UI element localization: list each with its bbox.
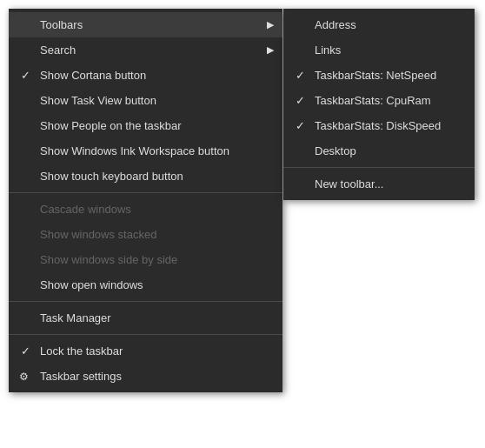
menu-item-show-touch[interactable]: Show touch keyboard button [9, 164, 282, 189]
menu-separator [9, 192, 282, 193]
right-context-menu: AddressLinks✓TaskbarStats: NetSpeed✓Task… [283, 9, 475, 200]
menu-item-label: Show open windows [40, 278, 143, 291]
menu-item-taskbar-settings[interactable]: ⚙Taskbar settings [9, 364, 282, 389]
menu-item-netspeed[interactable]: ✓TaskbarStats: NetSpeed [283, 63, 475, 88]
menu-item-cascade: Cascade windows [9, 197, 282, 222]
submenu-arrow-icon: ▶ [267, 44, 274, 56]
checkmark-icon: ✓ [296, 119, 305, 132]
menu-item-label: Show People on the taskbar [40, 119, 182, 132]
menu-item-label: Show Cortana button [40, 69, 146, 82]
checkmark-icon: ✓ [21, 344, 30, 358]
menu-item-label: Lock the taskbar [40, 344, 123, 358]
left-context-menu: Toolbars▶Search▶✓Show Cortana buttonShow… [9, 9, 282, 392]
menu-item-show-taskview[interactable]: Show Task View button [9, 88, 282, 113]
menu-item-label: Show windows side by side [40, 253, 177, 266]
menu-item-label: Show windows stacked [40, 228, 156, 241]
menu-separator [9, 301, 282, 302]
menu-item-show-people[interactable]: Show People on the taskbar [9, 113, 282, 138]
menu-item-label: Links [315, 43, 341, 57]
menu-item-label: Desktop [315, 144, 356, 157]
menu-item-open-windows[interactable]: Show open windows [9, 272, 282, 298]
checkmark-icon: ✓ [296, 69, 305, 82]
menu-separator [283, 167, 475, 168]
menu-item-diskspeed[interactable]: ✓TaskbarStats: DiskSpeed [283, 113, 475, 138]
menu-item-address[interactable]: Address [283, 12, 475, 37]
menu-item-desktop[interactable]: Desktop [283, 138, 475, 164]
menu-item-toolbars[interactable]: Toolbars▶ [9, 12, 282, 37]
context-menu-wrapper: Toolbars▶Search▶✓Show Cortana buttonShow… [9, 9, 475, 392]
submenu-arrow-icon: ▶ [267, 19, 274, 30]
menu-item-links[interactable]: Links [283, 37, 475, 63]
menu-item-label: Show Task View button [40, 94, 156, 107]
menu-item-stacked: Show windows stacked [9, 222, 282, 247]
menu-item-label: TaskbarStats: CpuRam [315, 94, 431, 107]
menu-item-show-cortana[interactable]: ✓Show Cortana button [9, 63, 282, 88]
menu-item-label: TaskbarStats: NetSpeed [315, 69, 436, 82]
menu-item-label: Show touch keyboard button [40, 170, 183, 183]
menu-item-search[interactable]: Search▶ [9, 37, 282, 63]
menu-item-sidebyside: Show windows side by side [9, 247, 282, 272]
menu-separator [9, 334, 282, 335]
menu-item-new-toolbar[interactable]: New toolbar... [283, 171, 475, 197]
checkmark-icon: ✓ [296, 94, 305, 107]
menu-item-label: Show Windows Ink Workspace button [40, 144, 229, 157]
menu-item-label: TaskbarStats: DiskSpeed [315, 119, 441, 132]
menu-item-label: Toolbars [40, 18, 83, 31]
menu-item-cpuram[interactable]: ✓TaskbarStats: CpuRam [283, 88, 475, 113]
menu-item-label: Cascade windows [40, 203, 131, 216]
menu-item-label: Search [40, 43, 76, 57]
menu-item-label: New toolbar... [315, 177, 384, 191]
menu-item-show-ink[interactable]: Show Windows Ink Workspace button [9, 138, 282, 164]
menu-item-label: Taskbar settings [40, 370, 122, 383]
menu-item-label: Task Manager [40, 311, 111, 324]
menu-item-task-manager[interactable]: Task Manager [9, 305, 282, 331]
menu-item-lock-taskbar[interactable]: ✓Lock the taskbar [9, 338, 282, 364]
menu-item-label: Address [315, 18, 356, 31]
gear-icon: ⚙ [19, 371, 29, 383]
checkmark-icon: ✓ [21, 69, 30, 82]
